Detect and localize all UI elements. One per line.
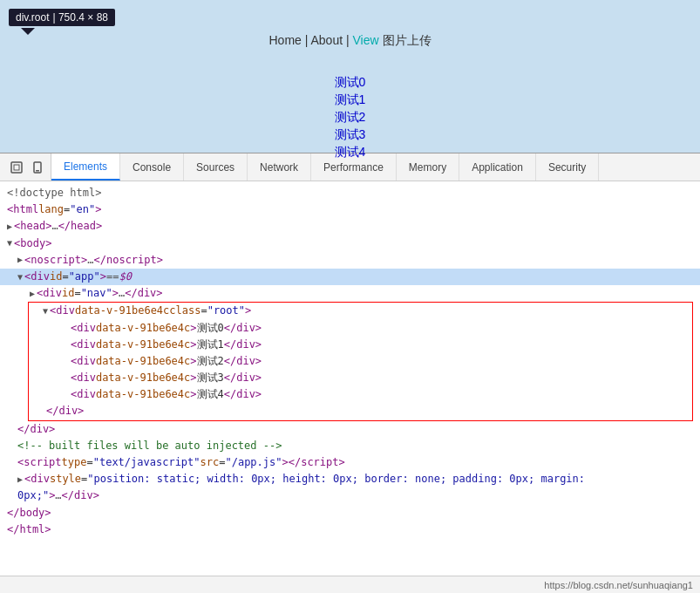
- nav-sep2: |: [346, 33, 353, 47]
- page-nav: Home | About | View 图片上传: [268, 33, 431, 49]
- tooltip-selector: div.root: [16, 11, 49, 24]
- devtools-panel: Elements Console Sources Network Perform…: [0, 153, 700, 593]
- tab-memory[interactable]: Memory: [397, 153, 459, 181]
- tab-application[interactable]: Application: [459, 153, 536, 181]
- code-line-script[interactable]: <script type="text/javascript" src="/app…: [0, 454, 700, 471]
- code-line-ce0[interactable]: <div data-v-91be6e4c >测试0</div>: [29, 320, 692, 337]
- status-bar: https://blog.csdn.net/sunhuaqiang1: [0, 576, 700, 593]
- code-line-ce2[interactable]: <div data-v-91be6e4c >测试2</div>: [29, 353, 692, 370]
- code-line-ce1[interactable]: <div data-v-91be6e4c >测试1</div>: [29, 337, 692, 353]
- browser-preview: div.root | 750.4 × 88 Home | About | Vie…: [0, 0, 700, 153]
- code-line-div-style[interactable]: ▶ <div style="position: static; width: 0…: [0, 471, 700, 487]
- list-item-0[interactable]: 测试0: [335, 75, 366, 91]
- code-line-body-close[interactable]: </body>: [0, 505, 700, 521]
- elements-code-area[interactable]: <!doctype html> <html lang="en" > ▶ <hea…: [0, 181, 700, 576]
- code-line-head[interactable]: ▶ <head>…</head>: [0, 218, 700, 235]
- upload-link[interactable]: 图片上传: [383, 33, 432, 47]
- tooltip-size: | 750.4 × 88: [52, 11, 108, 24]
- list-item-2[interactable]: 测试2: [335, 110, 366, 126]
- svg-rect-1: [14, 165, 19, 170]
- code-line-body[interactable]: ▼ <body>: [0, 235, 700, 252]
- tab-sources[interactable]: Sources: [184, 153, 248, 181]
- home-link[interactable]: Home: [268, 33, 301, 47]
- phone-icon[interactable]: [30, 160, 45, 175]
- code-line-div-style-cont[interactable]: 0px;">…</div>: [0, 487, 700, 504]
- code-line-div-app-close[interactable]: </div>: [0, 421, 700, 438]
- code-line-div-root-close[interactable]: </div>: [29, 403, 692, 419]
- red-box-container: ▼ <div data-v-91be6e4c class="root" > <d…: [28, 302, 693, 420]
- cursor-icon[interactable]: [9, 160, 24, 175]
- code-line-comment[interactable]: <!-- built files will be auto injected -…: [0, 438, 700, 454]
- tab-console[interactable]: Console: [120, 153, 184, 181]
- tab-elements[interactable]: Elements: [51, 153, 120, 181]
- devtools-tabs: Elements Console Sources Network Perform…: [51, 153, 599, 181]
- tab-security[interactable]: Security: [536, 153, 599, 181]
- code-line-ce4[interactable]: <div data-v-91be6e4c >测试4</div>: [29, 386, 692, 403]
- svg-rect-3: [36, 170, 39, 172]
- about-link[interactable]: About: [311, 33, 343, 47]
- list-container: 测试0 测试1 测试2 测试3 测试4: [335, 75, 366, 160]
- code-line-div-root[interactable]: ▼ <div data-v-91be6e4c class="root" >: [29, 303, 692, 319]
- code-line-ce3[interactable]: <div data-v-91be6e4c >测试3</div>: [29, 370, 692, 386]
- code-line-html[interactable]: <html lang="en" >: [0, 201, 700, 218]
- code-line-noscript[interactable]: ▶ <noscript>…</noscript>: [0, 252, 700, 269]
- svg-rect-0: [11, 162, 22, 173]
- list-item-1[interactable]: 测试1: [335, 92, 366, 108]
- element-tooltip: div.root | 750.4 × 88: [9, 9, 115, 26]
- tab-network[interactable]: Network: [248, 153, 311, 181]
- status-url: https://blog.csdn.net/sunhuaqiang1: [544, 580, 693, 590]
- view-link[interactable]: View: [353, 33, 379, 47]
- tooltip-arrow: [21, 28, 35, 35]
- devtools-icons: [3, 153, 51, 181]
- list-item-4[interactable]: 测试4: [335, 145, 366, 160]
- nav-sep1: |: [305, 33, 311, 47]
- code-line-div-app[interactable]: ▼ <div id="app" > == $0: [0, 269, 700, 285]
- code-line-div-nav[interactable]: ▶ <div id="nav" >…</div>: [0, 285, 700, 302]
- code-line-html-close[interactable]: </html>: [0, 521, 700, 538]
- list-item-3[interactable]: 测试3: [335, 127, 366, 143]
- code-line-doctype[interactable]: <!doctype html>: [0, 185, 700, 201]
